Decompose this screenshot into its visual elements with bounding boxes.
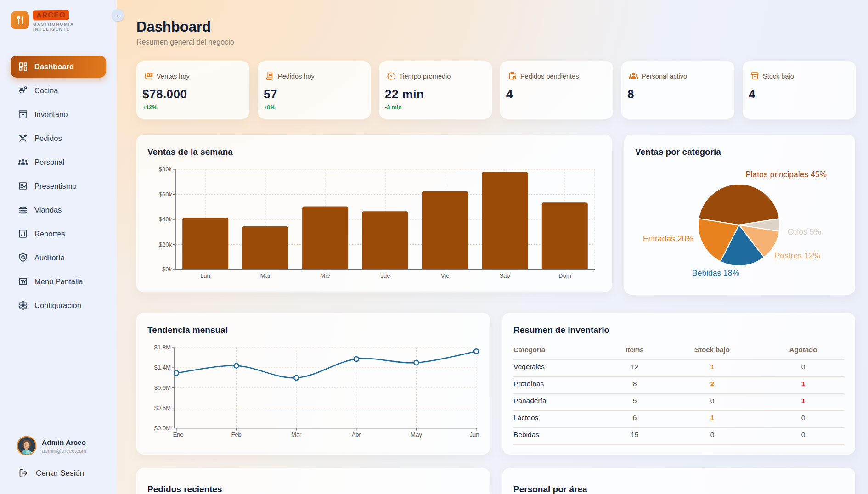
svg-text:$20k: $20k — [159, 241, 172, 248]
svg-text:$40k: $40k — [159, 216, 172, 223]
svg-text:Mar: Mar — [291, 431, 302, 438]
svg-text:$80k: $80k — [159, 166, 172, 173]
svg-text:Feb: Feb — [231, 431, 241, 438]
svg-text:$0.5M: $0.5M — [154, 404, 171, 411]
svg-text:May: May — [411, 431, 422, 438]
svg-text:$60k: $60k — [159, 191, 172, 198]
svg-text:Lun: Lun — [200, 272, 210, 279]
svg-text:$0.9M: $0.9M — [154, 384, 171, 391]
svg-text:Ene: Ene — [173, 431, 183, 438]
svg-text:$0k: $0k — [162, 266, 172, 273]
svg-text:Dom: Dom — [558, 272, 571, 279]
svg-text:$1.8M: $1.8M — [154, 344, 171, 351]
svg-text:Jue: Jue — [381, 272, 390, 279]
svg-text:Abr: Abr — [352, 431, 361, 438]
svg-text:Jun: Jun — [470, 431, 479, 438]
svg-text:Sáb: Sáb — [499, 272, 510, 279]
svg-text:Vie: Vie — [441, 272, 450, 279]
svg-text:$1.4M: $1.4M — [154, 364, 171, 371]
svg-text:Mar: Mar — [260, 272, 271, 279]
svg-text:$0.0M: $0.0M — [154, 425, 171, 432]
svg-text:Mié: Mié — [321, 272, 330, 279]
